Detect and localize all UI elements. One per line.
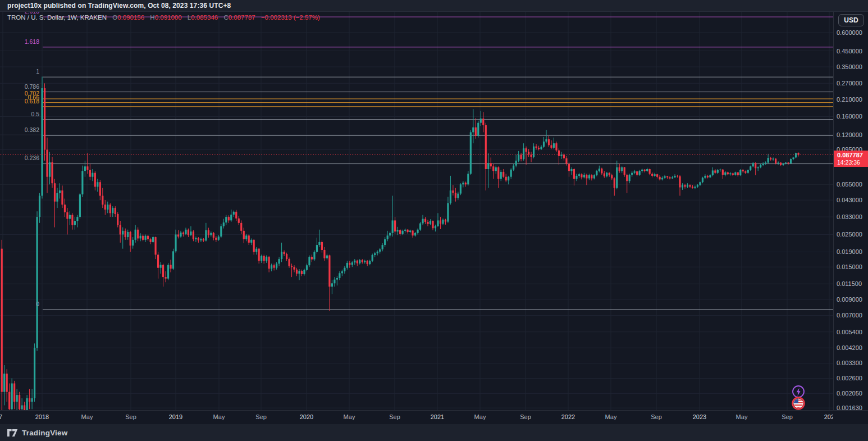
candle-body xyxy=(465,183,467,184)
candle-body xyxy=(84,166,86,171)
time-tick-label: May xyxy=(594,413,628,420)
candle-body xyxy=(36,217,38,348)
time-tick-label: 2019 xyxy=(159,413,193,420)
symbol-title[interactable]: TRON / U. S. Dollar, 1W, KRAKEN xyxy=(7,14,107,21)
candle-body xyxy=(102,196,103,204)
candle-body xyxy=(248,235,250,243)
candle-body xyxy=(460,184,462,193)
price-scale[interactable]: USD 0.087787 14:23:36 xyxy=(833,11,868,410)
candle-body xyxy=(406,230,408,232)
candle-body xyxy=(505,177,507,181)
candle-body xyxy=(39,196,40,217)
candle-body xyxy=(734,172,736,175)
last-price-value: 0.087787 xyxy=(837,152,868,159)
candle-body xyxy=(185,230,186,234)
candle-body xyxy=(367,261,368,264)
candle-body xyxy=(513,166,514,170)
candle-body xyxy=(399,230,401,234)
time-tick-label: 2024 xyxy=(814,413,833,420)
candle-body xyxy=(578,174,580,176)
candle-body xyxy=(250,240,252,243)
candle-body xyxy=(724,172,726,175)
candle-body xyxy=(485,125,487,169)
candle-body xyxy=(606,173,607,176)
candle-body xyxy=(26,398,28,410)
candle-body xyxy=(140,236,141,239)
candle-body xyxy=(76,217,78,221)
candle-body xyxy=(258,249,260,261)
candle-body xyxy=(477,123,479,136)
candle-body xyxy=(409,230,411,232)
candle-body xyxy=(535,147,537,148)
symbol-legend: TRON / U. S. Dollar, 1W, KRAKEN O0.09015… xyxy=(7,14,320,21)
candle-body xyxy=(704,176,706,178)
usd-flag-icon[interactable] xyxy=(793,398,805,410)
candle-body xyxy=(470,132,472,174)
candle-body xyxy=(215,238,217,240)
candle-body xyxy=(273,265,275,267)
candlestick-chart-pane[interactable] xyxy=(0,0,868,410)
currency-toggle-button[interactable]: USD xyxy=(838,14,864,26)
candle-body xyxy=(321,242,323,250)
candle-body xyxy=(306,265,308,270)
candle-body xyxy=(190,231,191,235)
candle-body xyxy=(568,164,570,171)
candle-body xyxy=(384,239,386,245)
candle-body xyxy=(303,270,305,274)
candle-body xyxy=(538,148,540,149)
candle-body xyxy=(296,270,298,274)
candle-body xyxy=(107,204,108,210)
candle-body xyxy=(545,139,547,142)
lightning-icon[interactable] xyxy=(793,386,804,397)
candle-body xyxy=(172,251,174,269)
candle-body xyxy=(495,167,497,171)
candle-body xyxy=(762,163,764,165)
candle-body xyxy=(142,236,144,240)
last-price-badge: 0.087787 14:23:36 xyxy=(834,151,868,167)
candle-body xyxy=(298,271,300,274)
candle-body xyxy=(621,167,623,171)
candle-body xyxy=(624,167,625,175)
time-tick-label: Sep xyxy=(639,413,673,420)
candle-body xyxy=(689,185,691,187)
candle-body xyxy=(341,271,343,273)
candle-body xyxy=(362,260,363,262)
candle-body xyxy=(644,170,646,171)
candle-body xyxy=(175,234,176,251)
candle-body xyxy=(664,176,665,178)
candle-body xyxy=(455,193,456,198)
candle-body xyxy=(508,177,509,181)
candle-body xyxy=(462,183,464,184)
candle-body xyxy=(364,261,366,262)
candle-body xyxy=(198,238,199,240)
candle-body xyxy=(125,231,126,237)
candle-body xyxy=(575,176,577,179)
candle-body xyxy=(651,174,653,176)
candle-body xyxy=(130,232,131,245)
candle-body xyxy=(377,252,378,253)
candle-body xyxy=(533,147,534,157)
tradingview-brand-text[interactable]: TradingView xyxy=(22,429,67,437)
candle-body xyxy=(770,158,771,160)
tradingview-logo-icon[interactable] xyxy=(7,429,18,437)
candle-body xyxy=(281,252,282,259)
candle-body xyxy=(500,172,502,179)
time-tick-label: May xyxy=(202,413,236,420)
candle-body xyxy=(283,252,285,254)
candle-body xyxy=(573,169,575,179)
time-tick-label: 2023 xyxy=(683,413,716,420)
candle-body xyxy=(328,256,330,287)
time-scale[interactable]: 20172018MaySep2019MaySep2020MaySep2021Ma… xyxy=(0,410,868,425)
candle-body xyxy=(732,174,734,175)
candle-body xyxy=(245,235,247,239)
time-tick-label: May xyxy=(332,413,366,420)
candle-body xyxy=(601,169,602,173)
time-tick-label: 2017 xyxy=(0,413,12,420)
candle-body xyxy=(427,222,428,224)
candle-body xyxy=(152,237,154,242)
candle-body xyxy=(293,267,295,270)
candle-body xyxy=(609,173,610,175)
candle-body xyxy=(177,234,179,237)
candle-body xyxy=(523,148,524,159)
candle-body xyxy=(369,261,371,264)
